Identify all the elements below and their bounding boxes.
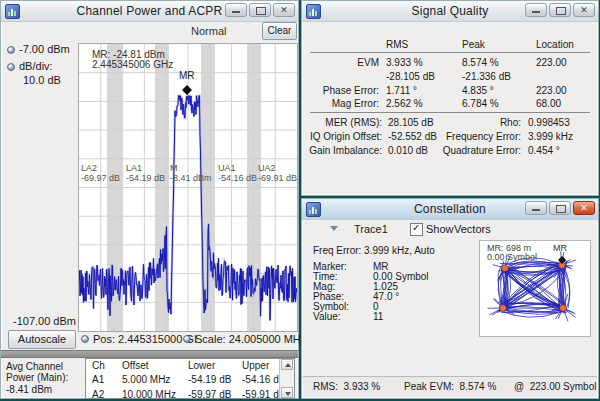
avg-power-label2: Power (Main): bbox=[6, 372, 68, 383]
table-row[interactable]: A1 5.000 MHz -54.19 dB -54.16 dB bbox=[86, 374, 280, 387]
sq-stat-label: IQ Origin Offset: bbox=[302, 131, 382, 142]
minimize-icon[interactable] bbox=[525, 3, 547, 17]
channel-m-name: M bbox=[170, 163, 178, 173]
constellation-status-bar: RMS: 3.933 % Peak EVM: 8.574 % @ 223.00 … bbox=[303, 376, 597, 397]
sq-header-location: Location bbox=[536, 39, 574, 50]
pane-splitter[interactable] bbox=[1, 350, 298, 358]
sq-rho-value: 0.998453 bbox=[528, 117, 570, 128]
sq-mag-peak: 6.784 % bbox=[462, 98, 499, 109]
sq-row-label: Mag Error: bbox=[302, 98, 379, 109]
app-icon bbox=[306, 202, 321, 217]
sq-row-label: Phase Error: bbox=[302, 85, 379, 96]
constellation-plot[interactable]: MR: 698 m 0.00 Symbol MR bbox=[479, 240, 591, 337]
status-rms-value: 3.933 % bbox=[344, 381, 381, 392]
bottom-level-value: -107.00 dBm bbox=[13, 315, 76, 327]
section-divider bbox=[310, 112, 590, 113]
app-icon bbox=[5, 4, 20, 19]
pos-knob-icon[interactable] bbox=[81, 335, 89, 343]
sq-evm-peak: 8.574 % bbox=[462, 57, 499, 68]
status-rms-label: RMS: bbox=[313, 381, 338, 392]
db-div-label: dB/div: bbox=[19, 60, 53, 72]
sq-quad-error-value: 0.454 ° bbox=[528, 145, 560, 156]
col-offset: Offset bbox=[122, 360, 149, 371]
sq-stat-label: Gain Imbalance: bbox=[302, 145, 382, 156]
con-annotation-line2: 0.00 Symbol bbox=[487, 252, 537, 262]
status-peak-evm-value: 8.574 % bbox=[460, 381, 497, 392]
sq-mag-loc: 68.00 bbox=[536, 98, 561, 109]
scale-knob-icon[interactable] bbox=[183, 335, 191, 343]
status-at-symbol-value: 223.00 Symbol bbox=[530, 381, 597, 392]
scroll-down-icon[interactable] bbox=[281, 387, 293, 398]
channel-ua2-value: -69.91 dB bbox=[258, 173, 297, 183]
sq-stat-label: Rho: bbox=[432, 117, 521, 128]
channel-ua2-name: UA2 bbox=[258, 163, 276, 173]
close-icon[interactable] bbox=[573, 3, 595, 17]
col-lower: Lower bbox=[188, 360, 215, 371]
sq-header-peak: Peak bbox=[462, 39, 485, 50]
sq-stat-label: Quadrature Error: bbox=[432, 145, 521, 156]
trace-selector[interactable]: Trace1 bbox=[354, 223, 388, 235]
con-titlebar[interactable]: Constellation bbox=[302, 199, 598, 220]
sq-header-rms: RMS bbox=[386, 39, 408, 50]
spectrum-plot[interactable]: MR: -24.81 dBm 2.445345006 GHz MR LA2-69… bbox=[78, 43, 298, 332]
sq-titlebar[interactable]: Signal Quality bbox=[302, 1, 598, 22]
chevron-down-icon[interactable] bbox=[330, 226, 338, 231]
maximize-icon[interactable] bbox=[249, 3, 271, 17]
sq-mag-rms: 2.562 % bbox=[386, 98, 423, 109]
col-upper: Upper bbox=[242, 360, 269, 371]
vectors-label[interactable]: Vectors bbox=[454, 223, 491, 235]
status-peak-evm-label: Peak EVM: bbox=[404, 381, 454, 392]
minimize-icon[interactable] bbox=[525, 201, 547, 215]
autoscale-button[interactable]: Autoscale bbox=[8, 330, 76, 349]
sq-gain-imb-value: 0.010 dB bbox=[388, 145, 428, 156]
avg-power-label1: Avg Channel bbox=[6, 361, 63, 372]
clear-button[interactable]: Clear bbox=[262, 22, 297, 40]
maximize-icon[interactable] bbox=[549, 201, 571, 215]
acpr-titlebar[interactable]: Channel Power and ACPR bbox=[1, 1, 298, 22]
pos-label: Pos: bbox=[93, 333, 115, 345]
table-row[interactable]: A2 10.000 MHz -59.97 dB -59.91 dB bbox=[86, 389, 280, 399]
col-ch: Ch bbox=[92, 360, 105, 371]
header-divider bbox=[310, 52, 590, 53]
window-channel-power-acpr: Channel Power and ACPR Normal Clear -7.0… bbox=[0, 0, 299, 399]
minimize-icon[interactable] bbox=[225, 3, 247, 17]
channel-ua1-name: UA1 bbox=[218, 163, 236, 173]
freq-error-readout: Freq Error: 3.999 kHz, Auto bbox=[313, 245, 435, 256]
marker-mr-label: MR bbox=[179, 70, 195, 81]
channel-la1-value: -54.19 dB bbox=[126, 173, 165, 183]
sq-evm-db-peak: -21.336 dB bbox=[462, 71, 511, 82]
channel-offset-table[interactable]: Ch Offset Lower Upper A1 5.000 MHz -54.1… bbox=[85, 358, 295, 399]
close-icon[interactable] bbox=[273, 3, 295, 17]
channel-m-value: -8.41 dBm bbox=[170, 173, 212, 183]
sq-phase-rms: 1.711 ° bbox=[386, 85, 417, 96]
show-vectors-checkbox[interactable] bbox=[410, 223, 423, 236]
sq-evm-loc: 223.00 bbox=[536, 57, 567, 68]
sq-evm-db-rms: -28.105 dB bbox=[386, 71, 435, 82]
trace-mode-dropdown[interactable]: Normal bbox=[191, 25, 226, 37]
sq-mer-value: 28.105 dB bbox=[388, 117, 434, 128]
db-div-value[interactable]: 10.0 dB bbox=[23, 74, 61, 86]
ref-level-value[interactable]: -7.00 dBm bbox=[19, 43, 70, 55]
channel-ua1-value: -54.16 dB bbox=[218, 173, 257, 183]
sq-stat-label: MER (RMS): bbox=[302, 117, 382, 128]
channel-la2-value: -69.97 dB bbox=[81, 173, 120, 183]
avg-power-value: -8.41 dBm bbox=[6, 384, 52, 395]
scale-value[interactable]: 24.005000 MHz bbox=[229, 333, 307, 345]
ref-level-knob-icon[interactable] bbox=[7, 46, 15, 54]
window-signal-quality: Signal Quality RMS Peak Location EVM 3.9… bbox=[301, 0, 599, 196]
db-div-knob-icon[interactable] bbox=[7, 63, 15, 71]
scroll-up-icon[interactable] bbox=[281, 359, 293, 370]
scale-label: Scale: bbox=[195, 333, 226, 345]
sq-freq-error-value: 3.999 kHz bbox=[528, 131, 573, 142]
sq-iq-offset-value: -52.552 dB bbox=[388, 131, 437, 142]
sq-evm-rms: 3.933 % bbox=[386, 57, 423, 68]
table-scrollbar[interactable] bbox=[279, 359, 294, 398]
spectrum-trace bbox=[79, 44, 297, 331]
status-at-label: @ bbox=[514, 381, 524, 392]
sq-phase-peak: 4.835 ° bbox=[462, 85, 494, 96]
close-icon[interactable] bbox=[573, 201, 595, 215]
sq-row-label: EVM bbox=[302, 57, 379, 68]
sq-stat-label: Frequency Error: bbox=[432, 131, 521, 142]
maximize-icon[interactable] bbox=[549, 3, 571, 17]
marker-row-label: Value: bbox=[313, 311, 341, 322]
